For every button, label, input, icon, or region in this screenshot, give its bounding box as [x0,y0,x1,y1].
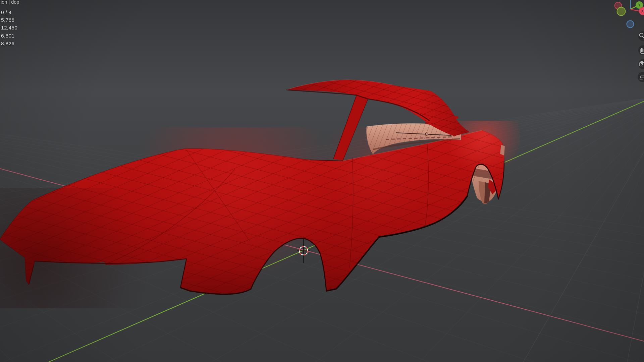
vignette [0,0,644,362]
blender-viewport[interactable]: ion | dop 0 / 4 5,766 12,450 6,801 8,826… [0,0,644,362]
viewport-canvas[interactable]: ion | dop 0 / 4 5,766 12,450 6,801 8,826… [0,0,644,362]
gizmo-neg-z-ball[interactable] [627,21,634,28]
stat-triangles: 8,826 [1,41,14,46]
stat-faces: 6,801 [1,33,14,39]
stat-objects: 0 / 4 [1,9,12,15]
stat-vertices: 5,766 [1,17,14,23]
viewport-header-text: ion | dop [1,0,19,5]
svg-text:X: X [641,9,643,13]
gizmo-neg-y-ball[interactable] [617,7,626,16]
svg-text:Y: Y [638,3,640,7]
stat-edges: 12,450 [1,25,17,31]
